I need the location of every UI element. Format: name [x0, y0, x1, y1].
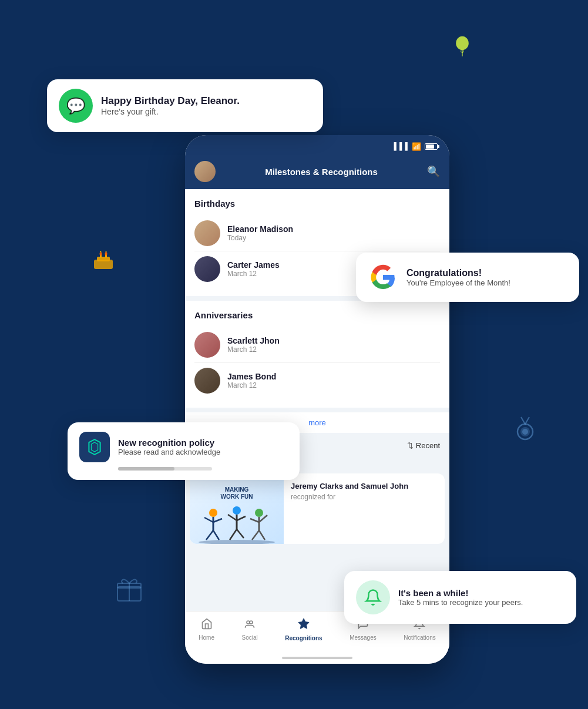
search-icon[interactable]: 🔍 [427, 165, 440, 178]
home-indicator [185, 652, 449, 664]
scarlett-name: Scarlett Jhon [227, 336, 280, 345]
svg-line-21 [213, 530, 219, 540]
notifications-label: Notifications [404, 634, 435, 641]
eleanor-name: Eleanor Madison [227, 224, 293, 234]
carter-date: March 12 [227, 270, 280, 278]
birthday-notif-sub: Here's your gift. [101, 107, 240, 116]
gift-icon [115, 574, 144, 609]
svg-point-22 [233, 506, 241, 515]
svg-line-26 [230, 529, 237, 540]
svg-point-28 [255, 509, 263, 517]
policy-progress-bar [118, 467, 212, 471]
rec-illustration: MAKINGWORK FUN [190, 473, 284, 544]
svg-line-19 [213, 519, 222, 522]
recognition-card[interactable]: MAKINGWORK FUN [190, 473, 445, 544]
james-name: James Bond [227, 372, 276, 381]
policy-sub: Please read and acknowledge [118, 448, 220, 456]
birthday-notification: 💬 Happy Birthday Day, Eleanor. Here's yo… [47, 79, 323, 132]
rec-text: Jeremy Clarks and Samuel John recognized… [284, 473, 445, 544]
balloon-icon [454, 35, 471, 56]
carter-info: Carter James March 12 [227, 260, 280, 278]
home-icon [201, 618, 213, 633]
home-label: Home [199, 634, 214, 641]
svg-line-20 [206, 530, 213, 540]
svg-marker-38 [89, 439, 100, 455]
svg-line-33 [259, 530, 265, 540]
sort-icon: ⇅ [407, 441, 414, 450]
recognitions-label: Recognitions [285, 635, 322, 641]
scarlett-avatar [194, 332, 220, 358]
svg-line-30 [250, 519, 259, 522]
james-info: James Bond March 12 [227, 372, 276, 389]
eleanor-row[interactable]: Eleanor Madison Today [194, 216, 440, 251]
eleanor-avatar [194, 220, 220, 246]
svg-line-25 [237, 516, 246, 520]
cake-icon [91, 247, 116, 277]
recognitions-icon [297, 617, 310, 633]
svg-marker-37 [298, 619, 309, 629]
congrats-sub: You're Employee of the Month! [406, 278, 510, 287]
svg-point-34 [199, 540, 275, 544]
svg-rect-3 [97, 257, 110, 261]
svg-point-7 [105, 252, 107, 256]
phone-header: Milestones & Recognitions 🔍 [185, 156, 449, 189]
svg-line-27 [237, 529, 244, 538]
carter-avatar [194, 256, 220, 282]
social-label: Social [241, 634, 257, 641]
anniversaries-section: Anniversaries Scarlett Jhon March 12 Jam… [185, 301, 449, 408]
phone-title: Milestones & Recognitions [265, 167, 378, 177]
google-m-icon [368, 262, 398, 293]
while-text: It's been a while! Take 5 mins to recogn… [398, 588, 523, 607]
scarlett-date: March 12 [227, 345, 280, 354]
svg-point-12 [522, 429, 528, 435]
svg-line-32 [252, 530, 259, 540]
nav-recognitions[interactable]: Recognitions [285, 617, 322, 641]
while-title: It's been a while! [398, 588, 523, 598]
scarlett-info: Scarlett Jhon March 12 [227, 336, 280, 354]
anniversaries-title: Anniversaries [194, 310, 440, 320]
svg-point-6 [100, 252, 102, 256]
bell-icon-wrap [356, 580, 390, 614]
james-row[interactable]: James Bond March 12 [194, 363, 440, 398]
scarlett-row[interactable]: Scarlett Jhon March 12 [194, 327, 440, 363]
policy-top: New recognition policy Please read and a… [79, 432, 220, 462]
congrats-title: Congratulations! [406, 268, 510, 278]
birthday-notif-text: Happy Birthday Day, Eleanor. Here's your… [101, 95, 240, 116]
svg-point-36 [250, 621, 253, 624]
messages-label: Messages [350, 634, 377, 641]
eleanor-date: Today [227, 234, 293, 242]
birthday-notif-title: Happy Birthday Day, Eleanor. [101, 95, 240, 107]
social-icon [244, 618, 256, 633]
battery-icon [425, 143, 438, 150]
while-sub: Take 5 mins to recognize your peers. [398, 598, 523, 607]
status-bar: ▐▐▐ 📶 [185, 135, 449, 156]
svg-marker-39 [91, 442, 98, 452]
policy-icon-wrap [79, 432, 110, 462]
rec-desc: recognized for [291, 493, 438, 501]
svg-point-16 [209, 509, 217, 517]
nav-social[interactable]: Social [241, 618, 257, 641]
message-icon: 💬 [66, 97, 85, 115]
policy-title: New recognition policy [118, 438, 220, 448]
nav-home[interactable]: Home [199, 618, 214, 641]
medal-icon [512, 411, 538, 446]
svg-point-0 [456, 36, 469, 50]
congrats-text: Congratulations! You're Employee of the … [406, 268, 510, 287]
rec-names: Jeremy Clarks and Samuel John [291, 482, 438, 490]
while-notification: It's been a while! Take 5 mins to recogn… [344, 571, 576, 624]
policy-notification: New recognition policy Please read and a… [68, 422, 300, 480]
svg-line-24 [228, 515, 237, 520]
fun-text: MAKINGWORK FUN [219, 482, 256, 503]
illustration-area [190, 503, 284, 544]
policy-progress-fill [118, 467, 174, 471]
carter-name: Carter James [227, 260, 280, 270]
wifi-icon: 📶 [412, 142, 421, 151]
congrats-notification: Congratulations! You're Employee of the … [356, 253, 579, 302]
header-avatar [194, 161, 216, 182]
james-date: March 12 [227, 381, 276, 389]
birthdays-title: Birthdays [194, 199, 440, 209]
message-icon-wrap: 💬 [59, 89, 93, 123]
policy-text: New recognition policy Please read and a… [118, 438, 220, 456]
eleanor-info: Eleanor Madison Today [227, 224, 293, 242]
sort-label: Recent [416, 441, 440, 450]
